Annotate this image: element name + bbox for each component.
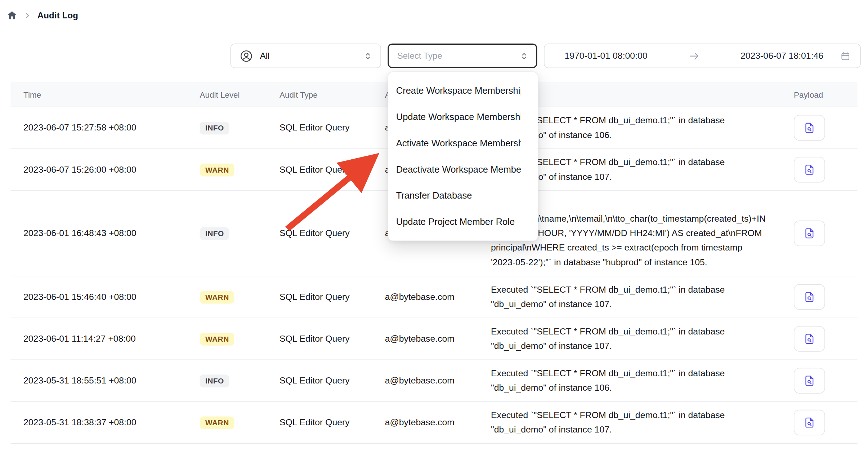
row-payload <box>783 115 858 141</box>
actor-filter-select[interactable]: All <box>231 44 381 68</box>
audit-level-badge: INFO <box>200 227 229 240</box>
file-search-icon <box>803 164 815 176</box>
row-time: 2023-06-01 16:48:43 +08:00 <box>10 228 200 238</box>
chevron-updown-icon <box>519 51 529 61</box>
user-circle-icon <box>239 49 253 63</box>
home-icon[interactable] <box>7 10 17 21</box>
actor-filter-value: All <box>260 51 270 61</box>
file-search-icon <box>803 416 815 429</box>
row-payload <box>783 221 858 246</box>
row-time: 2023-05-31 18:38:37 +08:00 <box>10 418 200 428</box>
row-audit-level: INFO <box>200 121 279 134</box>
row-payload <box>783 157 858 182</box>
payload-view-button[interactable] <box>794 115 825 141</box>
dropdown-item[interactable]: Deactivate Workspace Membership <box>388 156 521 183</box>
file-search-icon <box>803 374 815 387</box>
audit-level-badge: INFO <box>200 121 229 134</box>
chevron-right-icon <box>23 12 31 19</box>
row-audit-level: WARN <box>200 416 279 429</box>
row-actor: a@bytebase.com <box>385 376 491 386</box>
table-row: 2023-05-31 18:55:51 +08:00 INFO SQL Edit… <box>10 360 857 402</box>
row-actor: a@bytebase.com <box>385 292 491 302</box>
row-comment: Executed `"SELECT * FROM db_ui_demo.t1;"… <box>491 276 783 318</box>
table-row: 2023-05-31 18:38:37 +08:00 WARN SQL Edit… <box>10 402 857 444</box>
header-audit-type: Audit Type <box>279 90 385 99</box>
audit-level-badge: WARN <box>200 332 234 345</box>
header-time: Time <box>10 90 200 99</box>
row-payload <box>783 368 858 394</box>
arrow-right-icon <box>688 50 700 62</box>
row-audit-level: WARN <box>200 332 279 345</box>
payload-view-button[interactable] <box>794 221 825 246</box>
header-payload: Payload <box>783 90 858 99</box>
dropdown-item[interactable]: Update Workspace Membership <box>388 104 521 130</box>
page-title: Audit Log <box>37 10 78 21</box>
row-audit-type: SQL Editor Query <box>279 228 385 238</box>
payload-view-button[interactable] <box>794 368 825 394</box>
dropdown-item[interactable]: Update Project Member Role <box>388 209 521 235</box>
dropdown-item[interactable]: Activate Workspace Membership <box>388 130 521 156</box>
filter-bar: All Select Type 1970-01-01 08:00:00 <box>231 44 861 68</box>
chevron-updown-icon <box>363 51 372 61</box>
type-filter-placeholder: Select Type <box>397 51 442 61</box>
row-actor: a@bytebase.com <box>385 334 491 344</box>
file-search-icon <box>803 122 815 134</box>
type-dropdown-menu: Create Workspace Membership Update Works… <box>388 71 538 241</box>
row-time: 2023-06-01 15:46:40 +08:00 <box>10 292 200 302</box>
payload-view-button[interactable] <box>794 410 825 435</box>
audit-log-page: Audit Log All Select Type <box>0 0 868 457</box>
payload-view-button[interactable] <box>794 157 825 182</box>
dropdown-item[interactable]: Transfer Database <box>388 182 521 209</box>
row-time: 2023-06-07 15:26:00 +08:00 <box>10 165 200 175</box>
header-audit-level: Audit Level <box>200 90 279 99</box>
row-audit-type: SQL Editor Query <box>279 334 385 344</box>
breadcrumb: Audit Log <box>7 10 79 21</box>
table-row: 2023-06-01 15:46:40 +08:00 WARN SQL Edit… <box>10 276 857 318</box>
dropdown-item[interactable]: Create Workspace Membership <box>388 77 521 104</box>
date-range-picker[interactable]: 1970-01-01 08:00:00 2023-06-07 18:01:46 <box>544 44 861 68</box>
payload-view-button[interactable] <box>794 326 825 352</box>
file-search-icon <box>803 291 815 303</box>
file-search-icon <box>803 227 815 239</box>
payload-view-button[interactable] <box>794 284 825 310</box>
row-time: 2023-05-31 18:55:51 +08:00 <box>10 376 200 386</box>
date-range-end: 2023-06-07 18:01:46 <box>741 51 823 61</box>
row-audit-level: WARN <box>200 290 279 303</box>
row-actor: a@bytebase.com <box>385 418 491 428</box>
row-audit-type: SQL Editor Query <box>279 123 385 133</box>
row-comment: Executed `"SELECT * FROM db_ui_demo.t1;"… <box>491 318 783 360</box>
row-audit-type: SQL Editor Query <box>279 165 385 175</box>
date-range-start: 1970-01-01 08:00:00 <box>564 51 647 61</box>
row-audit-level: INFO <box>200 374 279 387</box>
table-row: 2023-06-01 11:14:27 +08:00 WARN SQL Edit… <box>10 318 857 360</box>
row-audit-type: SQL Editor Query <box>279 292 385 302</box>
row-time: 2023-06-01 11:14:27 +08:00 <box>10 334 200 344</box>
row-payload <box>783 410 858 435</box>
row-comment: Executed `"SELECT * FROM db_ui_demo.t1;"… <box>491 402 783 443</box>
row-payload <box>783 326 858 352</box>
row-audit-level: INFO <box>200 227 279 240</box>
file-search-icon <box>803 333 815 345</box>
audit-level-badge: WARN <box>200 163 234 176</box>
type-filter-select[interactable]: Select Type <box>388 44 537 68</box>
row-time: 2023-06-07 15:27:58 +08:00 <box>10 123 200 133</box>
calendar-icon <box>840 50 851 61</box>
row-payload <box>783 284 858 310</box>
audit-level-badge: WARN <box>200 290 234 303</box>
row-audit-type: SQL Editor Query <box>279 418 385 428</box>
row-audit-level: WARN <box>200 163 279 176</box>
audit-level-badge: INFO <box>200 374 229 387</box>
row-audit-type: SQL Editor Query <box>279 376 385 386</box>
audit-level-badge: WARN <box>200 416 234 429</box>
row-comment: Executed `"SELECT * FROM db_ui_demo.t1;"… <box>491 360 783 401</box>
